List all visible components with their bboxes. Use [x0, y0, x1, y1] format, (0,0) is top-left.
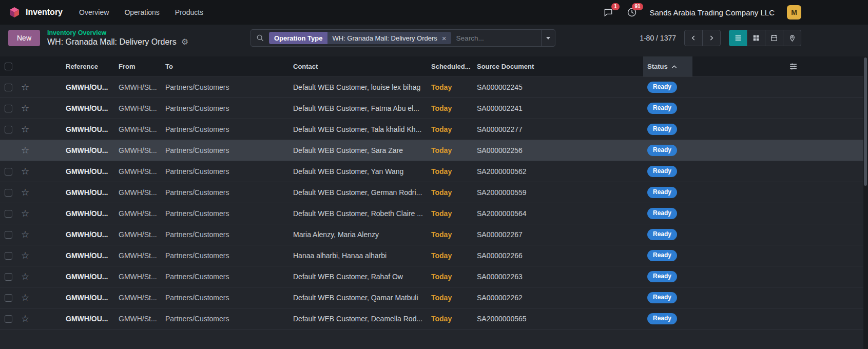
table-row[interactable]: ☆ GMWH/OU... GMWH/St... Partners/Custome… — [0, 161, 868, 182]
cell-to: Partners/Customers — [165, 83, 293, 91]
cell-source-document: SA000002263 — [477, 273, 643, 281]
table-row[interactable]: ☆ GMWH/OU... GMWH/St... Partners/Custome… — [0, 98, 868, 119]
optional-columns-icon[interactable] — [789, 62, 798, 71]
map-view-button[interactable] — [783, 30, 801, 46]
row-checkbox[interactable] — [5, 231, 12, 239]
favorite-star-icon[interactable]: ☆ — [21, 167, 29, 176]
table-row[interactable]: ☆ GMWH/OU... GMWH/St... Partners/Custome… — [0, 245, 868, 266]
table-row[interactable]: ☆ GMWH/OU... GMWH/St... Partners/Custome… — [0, 119, 868, 140]
favorite-star-icon[interactable]: ☆ — [21, 125, 29, 134]
cell-scheduled-date: Today — [431, 125, 477, 133]
vertical-scrollbar[interactable] — [863, 56, 868, 349]
new-button[interactable]: New — [8, 30, 40, 46]
row-checkbox[interactable] — [5, 252, 12, 260]
favorite-star-icon[interactable]: ☆ — [21, 293, 29, 302]
row-star-cell: ☆ — [16, 146, 34, 155]
cell-source-document: SA000002266 — [477, 251, 643, 260]
cell-scheduled-date: Today — [431, 104, 477, 112]
app-logo-icon[interactable] — [8, 6, 21, 18]
cell-source-document: SA000002277 — [477, 125, 643, 133]
search-bar[interactable]: Operation Type WH: Granada Mall: Deliver… — [250, 29, 555, 47]
scrollbar-thumb[interactable] — [864, 57, 867, 186]
user-avatar[interactable]: M — [787, 5, 801, 20]
cell-from: GMWH/St... — [119, 104, 165, 112]
app-name[interactable]: Inventory — [26, 8, 63, 17]
search-input[interactable] — [451, 34, 542, 42]
facet-label[interactable]: Operation Type — [269, 32, 327, 44]
row-checkbox[interactable] — [5, 315, 12, 323]
calendar-view-button[interactable] — [765, 30, 783, 46]
messages-badge: 1 — [611, 3, 620, 10]
cell-scheduled-date: Today — [431, 315, 477, 323]
select-all-cell — [0, 56, 16, 76]
cell-contact: Maria Alenzy, Maria Alenzy — [293, 230, 431, 239]
search-facet: Operation Type WH: Granada Mall: Deliver… — [269, 32, 451, 44]
row-checkbox-cell — [0, 252, 16, 260]
cell-scheduled-date: Today — [431, 188, 477, 197]
favorite-star-icon[interactable]: ☆ — [21, 314, 29, 323]
row-checkbox[interactable] — [5, 105, 12, 112]
row-checkbox[interactable] — [5, 210, 12, 218]
table-row[interactable]: ☆ GMWH/OU... GMWH/St... Partners/Custome… — [0, 287, 868, 308]
messages-icon[interactable]: 1 — [603, 7, 614, 18]
header-to[interactable]: To — [165, 56, 293, 76]
facet-remove-icon[interactable]: × — [442, 34, 447, 42]
menu-products[interactable]: Products — [175, 8, 203, 16]
table-row[interactable]: ☆ GMWH/OU... GMWH/St... Partners/Custome… — [0, 140, 868, 161]
cell-contact: Default WEB Customer, Rahaf Ow — [293, 273, 431, 281]
table-row[interactable]: ☆ GMWH/OU... GMWH/St... Partners/Custome… — [0, 224, 868, 245]
row-checkbox[interactable] — [5, 168, 12, 176]
row-checkbox-cell — [0, 273, 16, 281]
cell-to: Partners/Customers — [165, 104, 293, 112]
status-badge: Ready — [647, 271, 677, 282]
search-dropdown-toggle[interactable] — [541, 30, 555, 46]
company-name[interactable]: Sands Arabia Trading Company LLC — [650, 8, 775, 17]
select-all-checkbox[interactable] — [5, 63, 12, 70]
cell-status: Ready — [643, 145, 692, 156]
favorite-star-icon[interactable]: ☆ — [21, 209, 29, 218]
gear-icon[interactable]: ⚙ — [181, 38, 188, 46]
cell-reference: GMWH/OU... — [34, 83, 119, 91]
activities-clock-icon[interactable]: 91 — [626, 7, 638, 18]
kanban-view-button[interactable] — [747, 30, 765, 46]
facet-value: WH: Granada Mall: Delivery Orders × — [327, 32, 451, 44]
header-scheduled-date[interactable]: Scheduled... — [431, 56, 477, 76]
menu-operations[interactable]: Operations — [124, 8, 159, 16]
row-checkbox[interactable] — [5, 189, 12, 197]
pager-next-button[interactable] — [702, 30, 721, 46]
favorite-star-icon[interactable]: ☆ — [21, 272, 29, 281]
list-view-button[interactable] — [729, 30, 747, 46]
cell-contact: Default WEB Customer, Sara Zare — [293, 146, 431, 154]
header-from[interactable]: From — [119, 56, 165, 76]
favorite-star-icon[interactable]: ☆ — [21, 83, 29, 92]
table-row[interactable]: ☆ GMWH/OU... GMWH/St... Partners/Custome… — [0, 77, 868, 98]
favorite-star-icon[interactable]: ☆ — [21, 146, 29, 155]
pager-previous-button[interactable] — [684, 30, 703, 46]
row-checkbox[interactable] — [5, 126, 12, 133]
cell-source-document: SA2000000562 — [477, 167, 643, 176]
breadcrumb[interactable]: Inventory Overview — [47, 29, 188, 37]
header-reference[interactable]: Reference — [34, 56, 119, 76]
row-checkbox[interactable] — [5, 84, 12, 91]
status-badge: Ready — [647, 313, 677, 324]
header-contact[interactable]: Contact — [293, 56, 431, 76]
header-status[interactable]: Status — [643, 56, 692, 76]
header-source-document[interactable]: Source Document — [477, 56, 643, 76]
cell-status: Ready — [643, 166, 692, 177]
pager-value[interactable]: 1-80 / 1377 — [640, 34, 676, 42]
row-star-cell: ☆ — [16, 272, 34, 281]
row-checkbox[interactable] — [5, 294, 12, 302]
table-row[interactable]: ☆ GMWH/OU... GMWH/St... Partners/Custome… — [0, 308, 868, 329]
favorite-star-icon[interactable]: ☆ — [21, 188, 29, 197]
cell-reference: GMWH/OU... — [34, 146, 119, 154]
cell-to: Partners/Customers — [165, 167, 293, 176]
favorite-star-icon[interactable]: ☆ — [21, 104, 29, 113]
menu-overview[interactable]: Overview — [79, 8, 109, 16]
favorite-star-icon[interactable]: ☆ — [21, 251, 29, 260]
cell-source-document: SA2000000559 — [477, 188, 643, 197]
favorite-star-icon[interactable]: ☆ — [21, 230, 29, 239]
row-checkbox[interactable] — [5, 273, 12, 281]
table-row[interactable]: ☆ GMWH/OU... GMWH/St... Partners/Custome… — [0, 203, 868, 224]
table-row[interactable]: ☆ GMWH/OU... GMWH/St... Partners/Custome… — [0, 266, 868, 287]
table-row[interactable]: ☆ GMWH/OU... GMWH/St... Partners/Custome… — [0, 182, 868, 203]
